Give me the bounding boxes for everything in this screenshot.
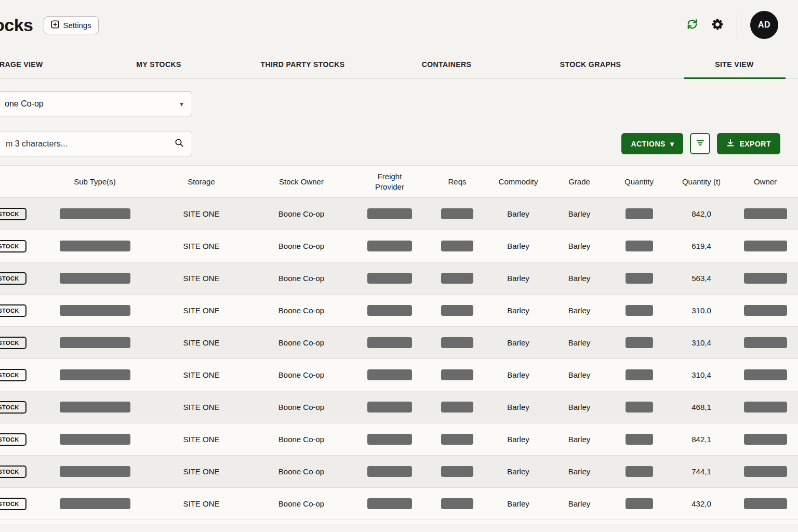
- redacted-quantity-block: [626, 273, 653, 284]
- stock-owner-cell: Boone Co-op: [252, 370, 351, 379]
- tab-storage-view[interactable]: T ORAGE VIEW: [0, 50, 87, 78]
- redacted-sub-type-block: [60, 369, 130, 380]
- stock-type-badge: TE STOCK: [0, 272, 26, 285]
- redacted-reqs-block: [441, 402, 473, 413]
- stock-owner-cell: Boone Co-op: [252, 338, 351, 347]
- redacted-quantity-block: [626, 498, 653, 509]
- quantity-t-cell: 432,0: [670, 499, 733, 508]
- refresh-button[interactable]: [686, 18, 698, 32]
- actions-button-label: ACTIONS: [631, 140, 666, 148]
- redacted-quantity-block: [626, 434, 653, 445]
- redacted-reqs-block: [441, 466, 473, 477]
- redacted-quantity-block: [626, 208, 653, 219]
- col-header-commodity: Commodity: [486, 177, 551, 187]
- refresh-icon: [686, 18, 698, 32]
- table-row[interactable]: TE STOCK SITE ONE Boone Co-op Barley Bar…: [0, 456, 798, 488]
- col-header-freight-provider: Freight Provider: [351, 171, 429, 192]
- table-row[interactable]: TE STOCK SITE ONE Boone Co-op Barley Bar…: [0, 198, 798, 230]
- partial-next-row: [0, 520, 798, 524]
- tab-my-stocks[interactable]: MY STOCKS: [87, 50, 231, 78]
- col-header-stock-owner: Stock Owner: [252, 177, 351, 187]
- redacted-reqs-block: [441, 273, 473, 284]
- stock-type-badge: TE STOCK: [0, 208, 26, 220]
- grade-cell: Barley: [551, 467, 608, 476]
- redacted-sub-type-block: [60, 208, 130, 219]
- settings-button[interactable]: Settings: [44, 16, 99, 34]
- commodity-cell: Barley: [486, 338, 551, 347]
- quantity-t-cell: 310.0: [670, 306, 733, 315]
- redacted-sub-type-block: [60, 466, 130, 477]
- col-header-sub-type: Sub Type(s): [39, 177, 151, 187]
- stocks-table: Sub Type(s) Storage Stock Owner Freight …: [0, 165, 798, 524]
- filter-button[interactable]: [690, 133, 710, 154]
- table-row[interactable]: TE STOCK SITE ONE Boone Co-op Barley Bar…: [0, 327, 798, 359]
- header-divider: [737, 13, 737, 37]
- gear-button[interactable]: [711, 18, 724, 32]
- search-input[interactable]: [5, 139, 175, 149]
- quantity-t-cell: 619,4: [670, 242, 733, 250]
- quantity-t-cell: 842,0: [670, 209, 733, 218]
- table-row[interactable]: TE STOCK SITE ONE Boone Co-op Barley Bar…: [0, 262, 798, 295]
- col-header-reqs: Reqs: [429, 177, 486, 187]
- chevron-down-icon: ▾: [180, 100, 183, 108]
- table-row[interactable]: TE STOCK SITE ONE Boone Co-op Barley Bar…: [0, 359, 798, 391]
- table-row[interactable]: TE STOCK SITE ONE Boone Co-op Barley Bar…: [0, 295, 798, 327]
- actions-button[interactable]: ACTIONS ▾: [621, 133, 683, 154]
- redacted-reqs-block: [441, 208, 473, 219]
- export-button[interactable]: EXPORT: [717, 133, 780, 154]
- commodity-cell: Barley: [486, 403, 551, 411]
- table-row[interactable]: TE STOCK SITE ONE Boone Co-op Barley Bar…: [0, 488, 798, 520]
- redacted-freight-provider-block: [367, 498, 412, 509]
- storage-cell: SITE ONE: [151, 435, 252, 444]
- redacted-owner-block: [744, 369, 787, 380]
- top-bar: ocks Settings AD: [0, 0, 798, 50]
- redacted-freight-provider-block: [367, 369, 412, 380]
- table-row[interactable]: TE STOCK SITE ONE Boone Co-op Barley Bar…: [0, 230, 798, 262]
- redacted-freight-provider-block: [367, 305, 412, 316]
- grade-cell: Barley: [551, 242, 608, 250]
- tab-containers[interactable]: CONTAINERS: [375, 50, 518, 78]
- quantity-t-cell: 842,1: [670, 435, 733, 444]
- tab-stock-graphs[interactable]: STOCK GRAPHS: [518, 50, 662, 78]
- stock-owner-cell: Boone Co-op: [252, 242, 351, 250]
- storage-cell: SITE ONE: [151, 403, 252, 411]
- stock-type-badge: TE STOCK: [0, 337, 26, 349]
- col-header-owner: Owner: [733, 177, 798, 187]
- redacted-freight-provider-block: [367, 466, 412, 477]
- commodity-cell: Barley: [486, 274, 551, 283]
- tab-third-party-stocks[interactable]: THIRD PARTY STOCKS: [231, 50, 375, 78]
- tab-site-view[interactable]: SITE VIEW: [662, 50, 798, 78]
- redacted-quantity-block: [626, 241, 653, 251]
- stock-type-badge: TE STOCK: [0, 304, 26, 317]
- storage-cell: SITE ONE: [151, 499, 252, 508]
- redacted-sub-type-block: [60, 434, 130, 445]
- stock-owner-cell: Boone Co-op: [252, 274, 351, 283]
- top-right-actions: AD: [686, 11, 778, 39]
- grade-cell: Barley: [551, 306, 608, 315]
- table-row[interactable]: TE STOCK SITE ONE Boone Co-op Barley Bar…: [0, 423, 798, 456]
- commodity-cell: Barley: [486, 435, 551, 444]
- redacted-sub-type-block: [60, 273, 130, 284]
- col-header-grade: Grade: [551, 177, 608, 187]
- avatar[interactable]: AD: [750, 11, 778, 39]
- page-title: ocks: [0, 15, 33, 35]
- table-row[interactable]: TE STOCK SITE ONE Boone Co-op Barley Bar…: [0, 391, 798, 423]
- redacted-reqs-block: [441, 498, 473, 509]
- redacted-reqs-block: [441, 337, 473, 348]
- download-icon: [726, 139, 735, 149]
- commodity-cell: Barley: [486, 242, 551, 250]
- redacted-owner-block: [744, 434, 787, 445]
- commodity-cell: Barley: [486, 306, 551, 315]
- redacted-owner-block: [744, 402, 787, 413]
- site-select[interactable]: one Co-op ▾: [0, 91, 192, 116]
- redacted-reqs-block: [441, 305, 473, 316]
- redacted-owner-block: [744, 241, 787, 251]
- storage-cell: SITE ONE: [151, 467, 252, 476]
- redacted-sub-type-block: [60, 305, 130, 316]
- table-body: TE STOCK SITE ONE Boone Co-op Barley Bar…: [0, 198, 798, 520]
- storage-cell: SITE ONE: [151, 242, 252, 250]
- redacted-reqs-block: [441, 434, 473, 445]
- export-button-label: EXPORT: [739, 140, 771, 148]
- redacted-sub-type-block: [60, 498, 130, 509]
- gear-icon: [711, 18, 724, 32]
